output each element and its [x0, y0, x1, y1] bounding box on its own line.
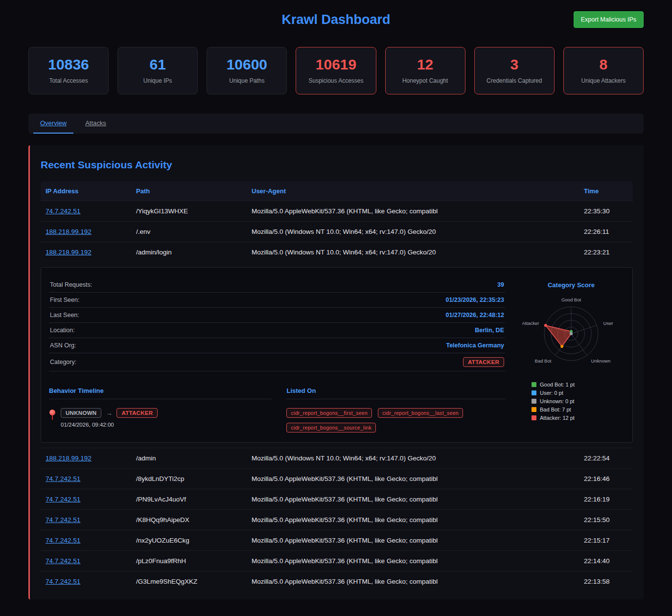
stat-value: 10836 [32, 56, 105, 73]
table-row[interactable]: 74.7.242.51/YiqykGI13WHXEMozilla/5.0 App… [41, 201, 633, 221]
tab-attacks[interactable]: Attacks [78, 114, 113, 134]
arrow-right-icon: → [106, 410, 112, 417]
ip-link[interactable]: 188.218.99.192 [46, 228, 92, 235]
time-cell: 22:35:30 [579, 201, 633, 221]
table-row[interactable]: 188.218.99.192/.envMozilla/5.0 (Windows … [41, 221, 633, 242]
stat-label: Suspicious Accesses [299, 77, 372, 84]
ip-link[interactable]: 74.7.242.51 [46, 578, 80, 585]
table-row[interactable]: 74.7.242.51/8ykdLnDYTi2cpMozilla/5.0 App… [41, 468, 633, 489]
radar-chart-title: Category Score [518, 281, 625, 289]
time-cell: 22:15:17 [579, 530, 633, 550]
ip-link[interactable]: 74.7.242.51 [46, 496, 80, 503]
field-label: Category: [50, 359, 76, 365]
listed-on-heading: Listed On [286, 387, 505, 399]
legend-swatch [532, 407, 536, 412]
ip-cell: 188.218.99.192 [41, 242, 131, 262]
stat-card-credentials-captured: 3Credentials Captured [474, 47, 555, 94]
column-header-ip-address: IP Address [41, 182, 131, 201]
field-label: Total Requests: [50, 281, 92, 288]
pin-stem [52, 415, 53, 420]
ip-link[interactable]: 188.218.99.192 [46, 249, 92, 256]
table-row[interactable]: 74.7.242.51/nx2yUOZuE6CkgMozilla/5.0 App… [41, 530, 633, 550]
ip-detail-left: Total Requests:39First Seen:01/23/2026, … [49, 277, 505, 433]
table-header: IP AddressPathUser-AgentTime [41, 182, 633, 201]
timeline-to-badge: ATTACKER [116, 408, 158, 418]
user-agent-cell: Mozilla/5.0 AppleWebKit/537.36 (KHTML, l… [247, 551, 579, 571]
ip-link[interactable]: 188.218.99.192 [46, 455, 92, 462]
user-agent-cell: Mozilla/5.0 (Windows NT 10.0; Win64; x64… [247, 222, 579, 242]
time-cell: 22:22:54 [579, 448, 633, 468]
field-value: ATTACKER [463, 357, 504, 367]
stat-value: 10619 [299, 56, 372, 73]
stat-label: Honeypot Caught [389, 77, 462, 84]
path-cell: /YiqykGI13WHXE [131, 201, 247, 221]
svg-text:User: User [603, 320, 613, 326]
svg-text:Attacker: Attacker [522, 320, 539, 326]
legend-item: Attacker: 12 pt [532, 415, 625, 421]
stat-value: 12 [389, 56, 462, 73]
ip-cell: 74.7.242.51 [41, 201, 131, 221]
legend-swatch [532, 399, 536, 404]
time-cell: 22:23:21 [579, 242, 633, 262]
user-agent-cell: Mozilla/5.0 AppleWebKit/537.36 (KHTML, l… [247, 489, 579, 509]
legend-swatch [532, 382, 536, 387]
detail-field-category: Category:ATTACKER [49, 353, 505, 371]
ip-cell: 74.7.242.51 [41, 530, 131, 550]
tabs: OverviewAttacks [28, 114, 644, 134]
time-cell: 22:15:50 [579, 510, 633, 530]
field-value: Berlin, DE [475, 327, 504, 334]
radar-chart: Good BotUserUnknownBad BotAttacker [518, 289, 625, 376]
user-agent-cell: Mozilla/5.0 AppleWebKit/537.36 (KHTML, l… [247, 571, 579, 592]
category-badge: ATTACKER [463, 357, 504, 367]
blocklist-badge[interactable]: cidr_report_bogons__source_link [286, 423, 376, 433]
stat-value: 10600 [210, 56, 283, 73]
ip-link[interactable]: 74.7.242.51 [46, 475, 80, 482]
suspicious-activity-panel: Recent Suspicious Activity IP AddressPat… [28, 145, 644, 599]
ip-link[interactable]: 74.7.242.51 [46, 557, 80, 565]
blocklist-badge[interactable]: cidr_report_bogons__last_seen [378, 408, 463, 418]
detail-field-last-seen: Last Seen:01/27/2026, 22:48:12 [49, 308, 505, 323]
table-row[interactable]: 74.7.242.51/PN9LvAcJ4uoVfMozilla/5.0 App… [41, 489, 633, 509]
detail-field-first-seen: First Seen:01/23/2026, 22:35:23 [49, 293, 505, 308]
stat-card-unique-paths: 10600Unique Paths [207, 47, 287, 94]
ip-cell: 188.218.99.192 [41, 448, 131, 468]
user-agent-cell: Mozilla/5.0 AppleWebKit/537.36 (KHTML, l… [247, 530, 579, 550]
user-agent-cell: Mozilla/5.0 AppleWebKit/537.36 (KHTML, l… [247, 201, 579, 221]
blocklist-badge[interactable]: cidr_report_bogons__first_seen [286, 408, 372, 418]
ip-link[interactable]: 74.7.242.51 [46, 537, 80, 544]
table-row[interactable]: 188.218.99.192/adminMozilla/5.0 (Windows… [41, 448, 633, 468]
ip-link[interactable]: 74.7.242.51 [46, 516, 80, 524]
tab-overview[interactable]: Overview [33, 114, 73, 134]
legend-swatch [532, 390, 536, 395]
export-malicious-ips-button[interactable]: Export Malicious IPs [574, 11, 644, 28]
stat-label: Unique Attackers [567, 77, 640, 84]
stat-label: Unique Paths [210, 77, 283, 84]
field-label: Location: [50, 327, 75, 334]
table-row[interactable]: 188.218.99.192/admin/loginMozilla/5.0 (W… [41, 242, 633, 262]
field-value: 39 [497, 281, 504, 288]
svg-text:Good Bot: Good Bot [561, 297, 581, 302]
timeline-entry: UNKNOWN→ATTACKER01/24/2026, 09:42:00 [49, 408, 272, 428]
legend-label: Bad Bot: 7 pt [540, 407, 571, 412]
table-row[interactable]: 74.7.242.51/G3Lme9ShEQgXKZMozilla/5.0 Ap… [41, 571, 633, 592]
table-row[interactable]: 74.7.242.51/K8HQq9hAipeDXMozilla/5.0 App… [41, 509, 633, 530]
stat-value: 3 [478, 56, 551, 73]
stat-card-unique-ips: 61Unique IPs [117, 47, 198, 94]
table-row[interactable]: 74.7.242.51/pLz0Fnua9fRhHMozilla/5.0 App… [41, 550, 633, 571]
timeline-content: UNKNOWN→ATTACKER01/24/2026, 09:42:00 [61, 408, 158, 428]
panel-title: Recent Suspicious Activity [41, 159, 633, 171]
legend-item: Good Bot: 1 pt [532, 382, 625, 388]
pin-head-icon [49, 410, 55, 415]
blocklist-badges: cidr_report_bogons__first_seencidr_repor… [286, 408, 505, 433]
ip-cell: 74.7.242.51 [41, 571, 131, 592]
detail-columns: Behavior TimelineUNKNOWN→ATTACKER01/24/2… [49, 387, 505, 433]
path-cell: /nx2yUOZuE6Ckg [131, 530, 247, 550]
stat-card-unique-attackers: 8Unique Attackers [563, 47, 644, 94]
stat-label: Credentials Captured [478, 77, 551, 84]
stat-card-honeypot-caught: 12Honeypot Caught [385, 47, 465, 94]
path-cell: /admin/login [131, 242, 247, 262]
column-header-time: Time [579, 182, 633, 201]
ip-link[interactable]: 74.7.242.51 [46, 207, 80, 215]
field-value: Telefonica Germany [446, 342, 504, 349]
legend-item: User: 0 pt [532, 390, 625, 396]
